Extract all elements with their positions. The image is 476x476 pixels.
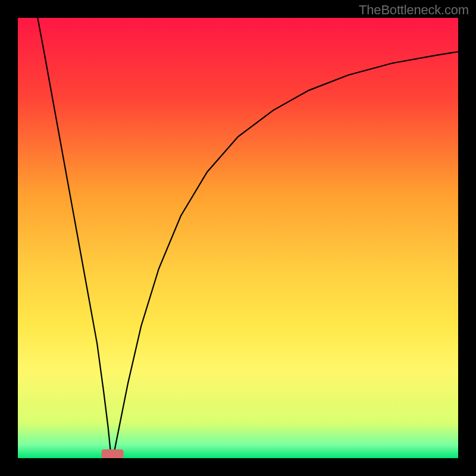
chart-plot-area — [18, 18, 458, 458]
chart-svg — [18, 18, 458, 458]
watermark-text: TheBottleneck.com — [359, 2, 469, 18]
gradient-background — [18, 18, 458, 458]
optimum-marker — [102, 449, 124, 458]
